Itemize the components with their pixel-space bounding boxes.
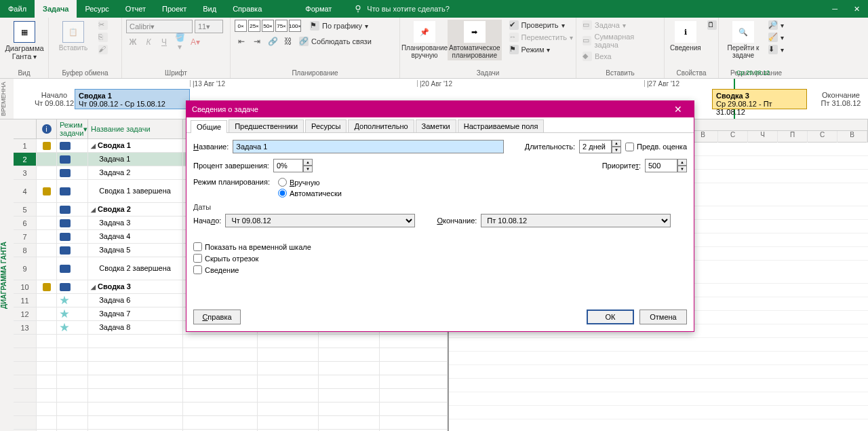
cancel-button[interactable]: Отмена bbox=[639, 310, 687, 324]
auto-mode-icon bbox=[60, 155, 71, 164]
menu-view[interactable]: Вид bbox=[195, 0, 224, 18]
percent-complete-row: 0× 25× 50× 75× 100× bbox=[235, 20, 301, 32]
indicator-column[interactable]: i bbox=[37, 119, 57, 138]
empty-row[interactable] bbox=[14, 362, 448, 375]
task-name-input[interactable] bbox=[233, 140, 504, 153]
font-color-button: A▾ bbox=[189, 35, 202, 49]
pct-down[interactable]: ▼ bbox=[303, 166, 313, 172]
ok-button[interactable]: ОК bbox=[587, 310, 634, 324]
manual-mode-icon bbox=[60, 323, 69, 333]
timeline-bar[interactable]: Сводка 3Ср 29.08.12 - Пт 31.08.12 bbox=[712, 89, 807, 109]
auto-mode-icon bbox=[60, 206, 71, 214]
priority-input[interactable] bbox=[645, 159, 677, 172]
task-info-button[interactable]: ℹ Сведения bbox=[669, 20, 703, 53]
auto-schedule-button[interactable]: ➡ Автоматическое планирование bbox=[448, 20, 502, 60]
estimated-checkbox[interactable]: Предв. оценка bbox=[625, 143, 687, 151]
dialog-tab[interactable]: Настраиваемые поля bbox=[458, 119, 545, 132]
dialog-tab[interactable]: Общие bbox=[191, 120, 227, 133]
manual-mode-icon bbox=[60, 296, 69, 305]
move-button: ↔Переместить ▾ bbox=[507, 32, 575, 43]
mode-column[interactable]: Режим задачи ▾ bbox=[57, 119, 88, 138]
menu-task[interactable]: Задача bbox=[35, 0, 77, 18]
menu-report[interactable]: Отчет bbox=[117, 0, 154, 18]
pct-up[interactable]: ▲ bbox=[303, 159, 313, 166]
timeline-start: НачалоЧт 09.08.12 bbox=[34, 91, 75, 107]
menu-project[interactable]: Проект bbox=[154, 0, 195, 18]
empty-row[interactable] bbox=[14, 348, 448, 362]
manual-radio[interactable]: Вручную bbox=[278, 178, 342, 187]
empty-row[interactable] bbox=[14, 402, 448, 416]
start-date-select[interactable]: Чт 09.08.12 bbox=[225, 214, 415, 227]
pct-25[interactable]: 25× bbox=[248, 20, 260, 32]
respect-links-button[interactable]: 🔗Соблюдать связи bbox=[297, 36, 374, 47]
find-button[interactable]: 🔎▾ bbox=[766, 20, 786, 31]
duration-down[interactable]: ▼ bbox=[612, 147, 621, 153]
inspect-button[interactable]: ✔Проверить ▾ bbox=[507, 20, 575, 31]
manual-schedule-button[interactable]: 📌 Планирование вручную bbox=[404, 20, 445, 60]
menu-help[interactable]: Справка bbox=[224, 0, 270, 18]
unlink-button[interactable]: ⛓ bbox=[281, 35, 295, 48]
auto-mode-icon bbox=[60, 142, 71, 150]
pct-75[interactable]: 75× bbox=[275, 20, 288, 32]
pin-icon: 📌 bbox=[414, 21, 435, 43]
dialog-tab[interactable]: Ресурсы bbox=[305, 119, 347, 132]
pri-up[interactable]: ▲ bbox=[677, 159, 687, 166]
auto-radio[interactable]: Автоматически bbox=[278, 189, 342, 198]
cut-button: ✂ bbox=[96, 20, 110, 31]
show-timeline-checkbox[interactable]: Показать на временной шкале bbox=[193, 242, 687, 251]
empty-row[interactable] bbox=[14, 416, 448, 430]
dialog-titlebar[interactable]: Сведения о задаче ✕ bbox=[186, 101, 694, 117]
outdent-button[interactable]: ⇤ bbox=[235, 35, 248, 48]
pct-100[interactable]: 100× bbox=[289, 20, 301, 32]
auto-mode-icon bbox=[60, 283, 71, 291]
empty-row[interactable] bbox=[14, 375, 448, 389]
pri-down[interactable]: ▼ bbox=[677, 166, 687, 172]
timeline-tick: |20 Авг '12 bbox=[417, 80, 452, 87]
timeline-tick: |13 Авг '12 bbox=[190, 80, 225, 87]
underline-button: Ч bbox=[157, 35, 171, 49]
scissors-icon: ✂ bbox=[98, 20, 108, 30]
move-icon: ↔ bbox=[509, 33, 519, 42]
window-close-icon[interactable]: ✕ bbox=[846, 0, 868, 18]
timeline-bar[interactable]: Сводка 1Чт 09.08.12 - Ср 15.08.12 bbox=[75, 89, 190, 109]
clear-button[interactable]: 🧹▾ bbox=[766, 32, 786, 43]
duration-up[interactable]: ▲ bbox=[612, 140, 621, 147]
hide-bar-checkbox[interactable]: Скрыть отрезок bbox=[193, 254, 687, 263]
rollup-checkbox[interactable]: Сведение bbox=[193, 265, 687, 274]
help-button[interactable]: Справка bbox=[193, 310, 241, 324]
auto-mode-icon bbox=[60, 246, 71, 255]
indicator-icon bbox=[43, 142, 51, 150]
dialog-tab[interactable]: Заметки bbox=[416, 119, 456, 132]
scroll-to-task-button[interactable]: 🔍 Перейти к задаче bbox=[723, 20, 764, 60]
dialog-tab[interactable]: Предшественники bbox=[229, 119, 304, 132]
pct-50[interactable]: 50× bbox=[262, 20, 274, 32]
dialog-close-icon[interactable]: ✕ bbox=[668, 104, 688, 115]
timeline-tick: |27 Авг '12 bbox=[644, 80, 679, 87]
auto-mode-icon bbox=[60, 219, 71, 227]
notes-button[interactable]: 🗒 bbox=[705, 20, 719, 31]
duration-input[interactable] bbox=[579, 140, 612, 153]
window-min-icon[interactable]: ─ bbox=[824, 0, 846, 18]
on-track-button[interactable]: ⚑По графику ▾ bbox=[308, 20, 370, 31]
mode-button[interactable]: ⚑Режим ▾ bbox=[507, 44, 575, 55]
name-column[interactable]: Название задачи bbox=[88, 119, 183, 138]
menu-resource[interactable]: Ресурс bbox=[77, 0, 117, 18]
italic-button: К bbox=[142, 35, 155, 49]
menu-file[interactable]: Файл bbox=[0, 0, 35, 18]
menu-format[interactable]: Формат bbox=[297, 0, 340, 18]
gantt-view-button[interactable]: ▦ Диаграмма Ганта ▾ bbox=[4, 20, 45, 62]
link-button[interactable]: 🔗 bbox=[266, 35, 279, 48]
indent-button[interactable]: ⇥ bbox=[250, 35, 264, 48]
empty-row[interactable] bbox=[14, 389, 448, 402]
tell-me[interactable]: Что вы хотите сделать? bbox=[353, 4, 450, 14]
dialog-tab[interactable]: Дополнительно bbox=[348, 119, 414, 132]
insert-milestone-button: ◆Веха bbox=[580, 51, 660, 62]
finish-date-select[interactable]: Пт 10.08.12 bbox=[481, 214, 671, 227]
pct-0[interactable]: 0× bbox=[235, 20, 247, 32]
clipboard-icon: 📋 bbox=[62, 21, 84, 43]
fill-button[interactable]: ⬇▾ bbox=[766, 44, 786, 55]
check-icon: ✔ bbox=[509, 20, 519, 30]
pct-input[interactable] bbox=[273, 159, 303, 172]
empty-row[interactable] bbox=[14, 335, 448, 348]
info-header-icon: i bbox=[42, 124, 52, 134]
